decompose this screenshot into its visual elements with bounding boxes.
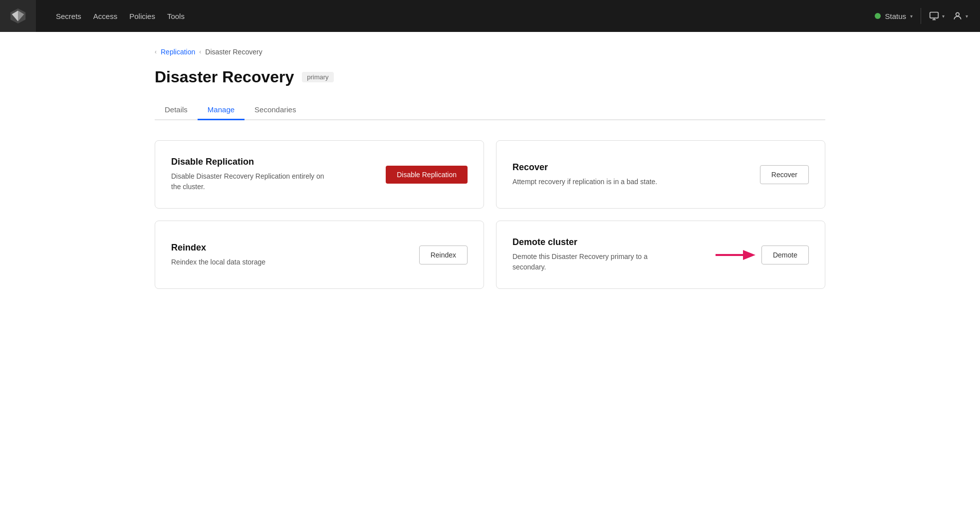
card-demote-cluster: Demote cluster Demote this Disaster Reco… (496, 221, 825, 289)
status-chevron-icon: ▾ (910, 13, 913, 19)
card-reindex-title: Reindex (171, 243, 407, 253)
card-demote-cluster-desc: Demote this Disaster Recovery primary to… (512, 252, 672, 272)
navbar: Secrets Access Policies Tools Status ▾ ▾… (0, 0, 980, 32)
breadcrumb-replication-link[interactable]: Replication (161, 48, 195, 56)
nav-links: Secrets Access Policies Tools (56, 12, 859, 20)
user-chevron-icon: ▾ (966, 13, 968, 19)
card-disable-replication-desc: Disable Disaster Recovery Replication en… (171, 171, 331, 192)
card-recover: Recover Attempt recovery if replication … (496, 140, 825, 209)
demote-button[interactable]: Demote (761, 246, 809, 264)
breadcrumb-separator: ‹ (199, 48, 201, 55)
nav-divider (921, 8, 921, 24)
cards-grid: Disable Replication Disable Disaster Rec… (155, 140, 825, 289)
status-dot (875, 13, 881, 19)
nav-access[interactable]: Access (93, 12, 117, 20)
svg-point-6 (956, 12, 960, 16)
status-button[interactable]: Status ▾ (875, 12, 913, 20)
card-reindex-desc: Reindex the local data storage (171, 257, 331, 267)
card-disable-replication: Disable Replication Disable Disaster Rec… (155, 140, 484, 209)
nav-policies[interactable]: Policies (129, 12, 155, 20)
breadcrumb: ‹ Replication ‹ Disaster Recovery (155, 48, 825, 56)
card-reindex: Reindex Reindex the local data storage R… (155, 221, 484, 289)
svg-marker-8 (743, 250, 755, 260)
card-recover-desc: Attempt recovery if replication is in a … (512, 177, 672, 187)
terminal-chevron-icon: ▾ (942, 13, 945, 19)
nav-tools[interactable]: Tools (167, 12, 185, 20)
svg-rect-3 (930, 12, 939, 18)
card-demote-cluster-title: Demote cluster (512, 237, 704, 248)
main-content: ‹ Replication ‹ Disaster Recovery Disast… (131, 32, 849, 305)
nav-right: Status ▾ ▾ ▾ (875, 8, 968, 24)
nav-secrets[interactable]: Secrets (56, 12, 81, 20)
card-recover-title: Recover (512, 162, 748, 173)
tab-manage[interactable]: Manage (198, 100, 245, 120)
logo[interactable] (0, 0, 36, 32)
breadcrumb-current: Disaster Recovery (205, 48, 262, 56)
status-label: Status (885, 12, 906, 20)
reindex-button[interactable]: Reindex (419, 246, 468, 264)
demote-arrow-icon (716, 248, 755, 262)
tab-details[interactable]: Details (155, 100, 198, 120)
terminal-button[interactable]: ▾ (929, 11, 945, 21)
recover-button[interactable]: Recover (760, 165, 809, 184)
demote-wrapper: Demote (716, 246, 809, 264)
user-button[interactable]: ▾ (953, 11, 968, 21)
disable-replication-button[interactable]: Disable Replication (386, 166, 468, 184)
tab-secondaries[interactable]: Secondaries (245, 100, 306, 120)
breadcrumb-chevron-left: ‹ (155, 48, 157, 55)
card-disable-replication-title: Disable Replication (171, 157, 374, 167)
page-header: Disaster Recovery primary (155, 68, 825, 86)
page-title: Disaster Recovery (155, 68, 294, 86)
page-badge: primary (302, 72, 333, 82)
tabs: Details Manage Secondaries (155, 100, 825, 120)
